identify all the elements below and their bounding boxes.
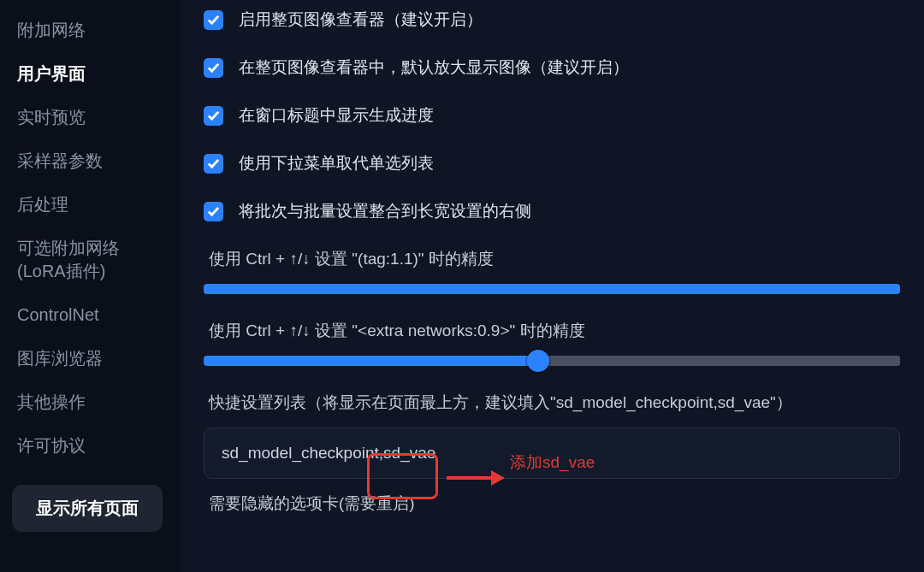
checkbox-row-fullpage-zoom[interactable]: 在整页图像查看器中，默认放大显示图像（建议开启） <box>204 56 900 79</box>
checkbox-label: 将批次与批量设置整合到长宽设置的右侧 <box>239 200 531 222</box>
quick-settings-input[interactable] <box>204 428 900 479</box>
settings-main-panel: 启用整页图像查看器（建议开启） 在整页图像查看器中，默认放大显示图像（建议开启）… <box>180 0 924 572</box>
sidebar-item-license[interactable]: 许可协议 <box>12 434 166 457</box>
sidebar-item-controlnet[interactable]: ControlNet <box>12 304 166 327</box>
slider-tag-precision[interactable] <box>204 284 900 294</box>
slider-label-tag-precision: 使用 Ctrl + ↑/↓ 设置 "(tag:1.1)" 时的精度 <box>209 248 900 270</box>
checkbox-row-title-progress[interactable]: 在窗口标题中显示生成进度 <box>204 104 900 127</box>
sidebar-item-postprocessing[interactable]: 后处理 <box>12 193 166 216</box>
checkbox-label: 在整页图像查看器中，默认放大显示图像（建议开启） <box>239 56 629 79</box>
sidebar-item-optional-extra-networks[interactable]: 可选附加网络(LoRA插件) <box>12 237 166 283</box>
sidebar-item-other-actions[interactable]: 其他操作 <box>12 391 166 414</box>
quick-settings-label: 快捷设置列表（将显示在页面最上方，建议填入"sd_model_checkpoin… <box>209 392 900 414</box>
checkbox-label: 在窗口标题中显示生成进度 <box>239 104 434 127</box>
sidebar-item-sampler-params[interactable]: 采样器参数 <box>12 150 166 173</box>
checkbox-icon <box>204 154 223 174</box>
sidebar-item-user-interface[interactable]: 用户界面 <box>12 62 166 86</box>
checkbox-icon <box>204 10 223 30</box>
slider-extra-networks-precision[interactable] <box>204 356 900 366</box>
hidden-tabs-label: 需要隐藏的选项卡(需要重启) <box>209 492 900 515</box>
checkbox-icon <box>204 58 223 78</box>
slider-label-extra-networks-precision: 使用 Ctrl + ↑/↓ 设置 "<extra networks:0.9>" … <box>209 320 900 342</box>
sidebar-item-live-preview[interactable]: 实时预览 <box>12 106 166 129</box>
sidebar-item-image-browser[interactable]: 图库浏览器 <box>12 347 166 370</box>
checkbox-row-dropdown-instead-radio[interactable]: 使用下拉菜单取代单选列表 <box>204 152 900 174</box>
sidebar-item-extra-networks[interactable]: 附加网络 <box>12 19 166 42</box>
checkbox-icon <box>204 106 223 126</box>
checkbox-icon <box>204 202 223 221</box>
checkbox-row-fullpage-viewer[interactable]: 启用整页图像查看器（建议开启） <box>204 9 900 31</box>
settings-sidebar: 附加网络 用户界面 实时预览 采样器参数 后处理 可选附加网络(LoRA插件) … <box>0 0 180 572</box>
checkbox-row-batch-side[interactable]: 将批次与批量设置整合到长宽设置的右侧 <box>204 200 900 222</box>
show-all-pages-button[interactable]: 显示所有页面 <box>12 485 163 532</box>
checkbox-label: 使用下拉菜单取代单选列表 <box>239 152 434 174</box>
checkbox-label: 启用整页图像查看器（建议开启） <box>239 9 483 31</box>
